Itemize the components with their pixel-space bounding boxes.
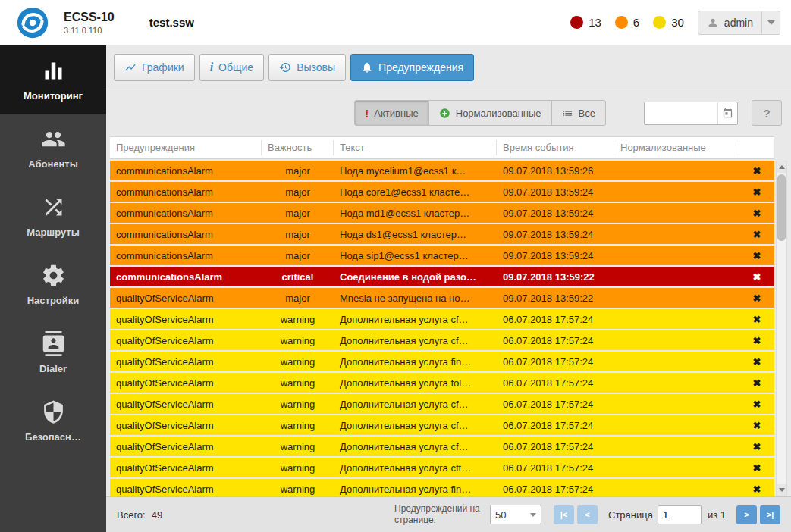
event-time-cell: 09.07.2018 13:59:24 [497, 229, 614, 240]
close-alarm-button[interactable]: ✖ [739, 483, 774, 495]
event-time-cell: 09.07.2018 13:59:24 [497, 250, 614, 261]
table-row[interactable]: communicationsAlarm major Нода core1@ecs… [110, 182, 774, 202]
column-header-normalized[interactable]: Нормализованные [614, 140, 739, 155]
close-alarm-button[interactable]: ✖ [739, 271, 774, 283]
close-alarm-button[interactable]: ✖ [739, 165, 774, 177]
sidebar-item-security[interactable]: Безопасн… [0, 386, 106, 455]
close-icon: ✖ [753, 335, 761, 346]
column-header-alarm[interactable]: Предупреждения [110, 140, 262, 155]
filter-all-button[interactable]: Все [551, 100, 606, 126]
critical-count: 13 [589, 16, 601, 29]
table-row[interactable]: qualityOfServiceAlarm warning Дополнител… [110, 415, 774, 435]
table-row[interactable]: qualityOfServiceAlarm warning Дополнител… [110, 309, 774, 329]
top-bar: ECSS-10 3.11.0.110 test.ssw 13 6 30 [0, 0, 791, 45]
table-row[interactable]: qualityOfServiceAlarm warning Дополнител… [110, 458, 774, 477]
close-alarm-button[interactable]: ✖ [739, 377, 774, 389]
sidebar-item-settings[interactable]: Настройки [0, 250, 106, 318]
scroll-up-button[interactable] [777, 161, 786, 173]
exclamation-icon: ! [365, 107, 369, 120]
tab-calls[interactable]: Вызовы [268, 54, 346, 81]
alarm-text-cell: Дополнительная услуга cf… [334, 441, 497, 452]
table-row[interactable]: qualityOfServiceAlarm warning Дополнител… [110, 373, 774, 393]
table-row[interactable]: qualityOfServiceAlarm warning Дополнител… [110, 394, 774, 414]
close-alarm-button[interactable]: ✖ [739, 314, 774, 325]
column-header-time[interactable]: Время события [497, 140, 614, 155]
close-alarm-button[interactable]: ✖ [739, 186, 774, 198]
page-number-input[interactable] [658, 505, 702, 524]
app-brand: ECSS-10 3.11.0.110 [64, 11, 115, 35]
table-row[interactable]: qualityOfServiceAlarm major Mnesia не за… [110, 288, 774, 308]
table-header-row: Предупреждения Важность Текст Время собы… [110, 136, 774, 159]
line-chart-icon [124, 61, 137, 74]
alarm-type-cell: communicationsAlarm [110, 208, 262, 219]
close-alarm-button[interactable]: ✖ [739, 420, 774, 431]
alarm-text-cell: Mnesia не запущена на но… [334, 293, 497, 304]
close-alarm-button[interactable]: ✖ [739, 462, 774, 474]
table-row[interactable]: qualityOfServiceAlarm warning Дополнител… [110, 479, 774, 496]
sidebar-item-label: Мониторинг [24, 90, 83, 102]
table-row[interactable]: communicationsAlarm major Нода ds1@ecss1… [110, 224, 774, 244]
user-menu[interactable]: admin [698, 11, 780, 35]
question-icon: ? [763, 107, 770, 120]
close-alarm-button[interactable]: ✖ [739, 441, 774, 452]
app-logo-icon [15, 5, 50, 40]
alarm-text-cell: Дополнительная услуга fin… [334, 483, 497, 495]
scrollbar-track[interactable] [777, 173, 786, 484]
table-row[interactable]: communicationsAlarm major Нода sip1@ecss… [110, 246, 774, 265]
table-scrollbar[interactable] [776, 161, 787, 496]
filter-normalized-button[interactable]: Нормализованные [428, 100, 552, 126]
column-header-severity[interactable]: Важность [262, 140, 334, 155]
alarm-text-cell: Соединение в нодой разо… [334, 271, 497, 283]
alarm-type-cell: communicationsAlarm [110, 229, 262, 240]
date-filter-input[interactable] [645, 108, 717, 119]
tab-general[interactable]: i Общие [199, 54, 265, 81]
prev-page-button[interactable]: < [577, 505, 598, 524]
sidebar-item-subscribers[interactable]: Абоненты [0, 114, 106, 182]
close-alarm-button[interactable]: ✖ [739, 399, 774, 410]
table-row[interactable]: communicationsAlarm critical Соединение … [110, 267, 774, 286]
help-button[interactable]: ? [752, 100, 782, 126]
tab-alarms[interactable]: Предупреждения [350, 54, 474, 81]
next-page-button[interactable]: > [736, 505, 757, 524]
table-row[interactable]: qualityOfServiceAlarm warning Дополнител… [110, 437, 774, 456]
user-menu-toggle[interactable] [761, 11, 780, 34]
column-header-actions [739, 140, 774, 155]
calendar-icon [722, 108, 733, 119]
event-time-cell: 06.07.2018 17:57:24 [497, 335, 614, 346]
close-alarm-button[interactable]: ✖ [739, 356, 774, 368]
per-page-select[interactable]: 50 [490, 505, 541, 524]
table-row[interactable]: communicationsAlarm major Нода mycelium1… [110, 161, 774, 180]
first-page-icon: |< [560, 510, 568, 519]
scroll-down-button[interactable] [777, 484, 786, 496]
table-row[interactable]: qualityOfServiceAlarm warning Дополнител… [110, 352, 774, 371]
user-name: admin [724, 17, 753, 29]
sidebar-item-routes[interactable]: Маршруты [0, 182, 106, 250]
critical-dot-icon [570, 16, 583, 29]
close-alarm-button[interactable]: ✖ [739, 293, 774, 304]
tab-label: Вызовы [297, 61, 335, 74]
table-row[interactable]: qualityOfServiceAlarm warning Дополнител… [110, 330, 774, 350]
per-page-value: 50 [495, 509, 530, 521]
close-alarm-button[interactable]: ✖ [739, 229, 774, 240]
alarm-text-cell: Нода sip1@ecss1 кластер… [334, 250, 497, 261]
chevron-down-icon [530, 513, 536, 517]
calendar-button[interactable] [717, 102, 737, 124]
event-time-cell: 06.07.2018 17:57:24 [497, 399, 614, 410]
severity-cell: major [262, 208, 334, 219]
opened-file-name[interactable]: test.ssw [149, 16, 194, 29]
last-page-button[interactable]: >| [760, 505, 780, 524]
table-row[interactable]: communicationsAlarm major Нода md1@ecss1… [110, 203, 774, 223]
close-alarm-button[interactable]: ✖ [739, 250, 774, 261]
close-alarm-button[interactable]: ✖ [739, 335, 774, 346]
event-time-cell: 09.07.2018 13:59:22 [497, 293, 614, 304]
first-page-button[interactable]: |< [554, 505, 574, 524]
sidebar-item-monitoring[interactable]: Мониторинг [0, 45, 106, 114]
filter-active-button[interactable]: ! Активные [354, 100, 428, 126]
app-name: ECSS-10 [64, 11, 115, 24]
close-alarm-button[interactable]: ✖ [739, 208, 774, 219]
scrollbar-thumb[interactable] [777, 174, 786, 241]
column-header-text[interactable]: Текст [334, 140, 497, 155]
close-icon: ✖ [753, 186, 761, 198]
sidebar-item-dialer[interactable]: Dialer [0, 318, 106, 386]
tab-charts[interactable]: Графики [114, 54, 195, 81]
